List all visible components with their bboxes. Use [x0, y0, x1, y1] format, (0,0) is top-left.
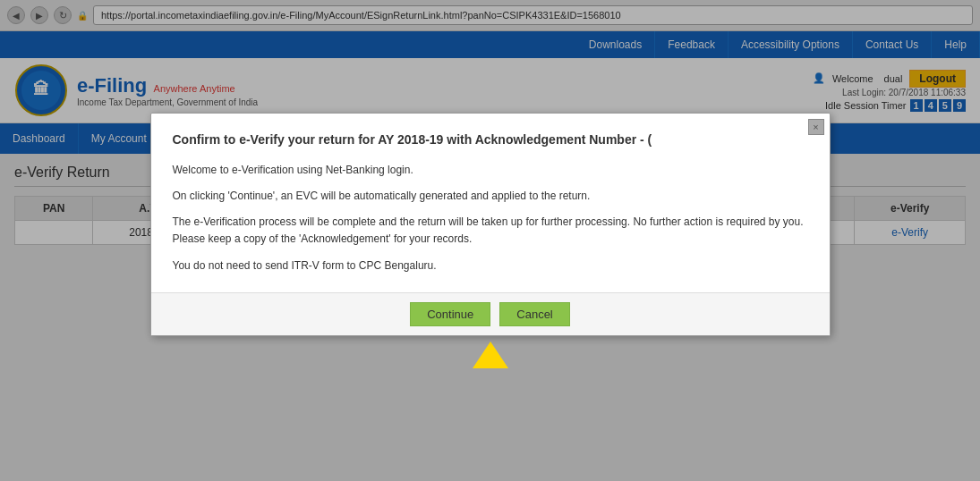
confirm-modal: × Confirm to e-Verify your return for AY… [150, 113, 831, 336]
modal-line4: You do not need to send ITR-V form to CP… [173, 257, 808, 274]
modal-footer: Continue Cancel [151, 292, 830, 335]
modal-close-button[interactable]: × [808, 119, 824, 135]
modal-line2: On clicking 'Continue', an EVC will be a… [173, 188, 808, 205]
cancel-button[interactable]: Cancel [499, 302, 569, 326]
continue-button[interactable]: Continue [410, 302, 490, 326]
modal-title: Confirm to e-Verify your return for AY 2… [173, 131, 808, 149]
modal-overlay: × Confirm to e-Verify your return for AY… [0, 0, 980, 481]
up-arrow-icon [473, 342, 508, 368]
modal-line1: Welcome to e-Verification using Net-Bank… [173, 162, 808, 179]
modal-body: Confirm to e-Verify your return for AY 2… [151, 114, 830, 292]
modal-line3: The e-Verification process will be compl… [173, 214, 808, 248]
arrow-indicator [473, 342, 508, 368]
